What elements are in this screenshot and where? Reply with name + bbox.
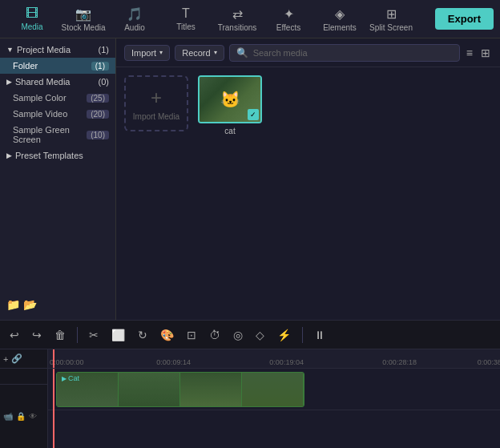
undo-icon[interactable]: ↩: [6, 327, 22, 343]
import-label: Import: [131, 48, 156, 58]
import-folder-icon[interactable]: 📂: [23, 298, 37, 311]
timeline-section: ↩ ↪ 🗑 ✂ ⬜ ↻ 🎨 ⊡ ⏱ ◎ ◇ ⚡ ⏸ + 🔗 📹 🔒 👁: [0, 320, 500, 448]
nav-split-label: Split Screen: [369, 23, 413, 32]
record-chevron-icon: ▾: [214, 49, 217, 56]
toolbar-separator2: [302, 327, 303, 343]
timer-icon[interactable]: ⏱: [206, 327, 224, 343]
rotate-icon[interactable]: ↻: [135, 327, 151, 343]
cut-icon[interactable]: ✂: [86, 327, 102, 343]
ruler-time-1: 0:00:09:14: [156, 358, 191, 366]
sidebar-sample-color-label: Sample Color: [13, 93, 67, 103]
delete-icon[interactable]: 🗑: [51, 327, 69, 343]
link-icon[interactable]: 🔗: [11, 353, 22, 364]
sidebar-preset-templates-header[interactable]: ▶ Preset Templates: [0, 147, 115, 163]
mask-icon[interactable]: ◇: [252, 327, 268, 343]
search-input[interactable]: [253, 48, 453, 58]
color-icon[interactable]: 🎨: [157, 327, 177, 343]
sidebar-item-sample-video[interactable]: Sample Video (20): [0, 106, 115, 122]
media-toolbar: Import ▾ Record ▾ 🔍 ≡ ⊞: [116, 38, 500, 67]
tl-left-controls: + 🔗: [0, 349, 47, 369]
hide-video-icon[interactable]: 👁: [29, 412, 37, 421]
motion-icon[interactable]: ◎: [230, 327, 246, 343]
split-screen-icon: ⊞: [386, 6, 397, 22]
effects-icon: ✦: [284, 6, 294, 22]
sidebar-folder-count: (1): [91, 62, 109, 71]
clip-frame-3: [180, 373, 242, 406]
ruler-time-4: 0:00:38:08: [478, 358, 500, 366]
sidebar: ▼ Project Media (1) Folder (1) ▶ Shared …: [0, 38, 116, 320]
nav-effects[interactable]: ✦ Effects: [263, 2, 314, 37]
nav-split-screen[interactable]: ⊞ Split Screen: [365, 2, 417, 37]
thumb-check-icon: ✓: [248, 109, 259, 120]
video-clip-cat[interactable]: ▶ Cat: [56, 372, 304, 407]
add-track-icon[interactable]: +: [3, 354, 8, 364]
clip-frame-2: [119, 373, 180, 406]
sidebar-shared-media-header[interactable]: ▶ Shared Media (0): [0, 74, 115, 90]
new-folder-icon[interactable]: 📁: [6, 298, 20, 311]
sidebar-bottom-actions: 📁 📂: [0, 293, 116, 316]
sidebar-sample-video-label: Sample Video: [13, 109, 67, 119]
arrow-right-icon: ▶: [6, 78, 12, 86]
media-area: Import ▾ Record ▾ 🔍 ≡ ⊞ + Import Media: [116, 38, 500, 320]
import-chevron-icon: ▾: [159, 49, 163, 56]
record-button[interactable]: Record ▾: [175, 45, 224, 61]
redo-icon[interactable]: ↪: [29, 327, 45, 343]
sidebar-item-sample-green[interactable]: Sample Green Screen (10): [0, 122, 115, 147]
stock-media-icon: 📷: [75, 6, 91, 22]
sidebar-project-media-label: Project Media: [17, 45, 71, 54]
nav-transitions-label: Transitions: [218, 23, 257, 32]
nav-media-label: Media: [21, 22, 42, 31]
nav-audio-label: Audio: [124, 23, 145, 32]
mute-video-icon[interactable]: 🔒: [16, 412, 26, 421]
nav-media[interactable]: 🎞 Media: [6, 2, 58, 37]
nav-stock-media[interactable]: 📷 Stock Media: [58, 2, 109, 37]
search-box: 🔍: [229, 44, 460, 62]
tl-ruler-spacer: [0, 369, 47, 385]
titles-icon: T: [182, 6, 190, 21]
record-label: Record: [182, 48, 210, 58]
freeze-icon[interactable]: ⏸: [311, 327, 329, 343]
import-media-button[interactable]: + Import Media: [124, 75, 188, 131]
sidebar-sample-color-count: (25): [87, 94, 109, 103]
ruler-time-3: 0:00:28:18: [382, 358, 417, 366]
nav-stock-label: Stock Media: [61, 23, 105, 32]
timeline-body: + 🔗 📹 🔒 👁 0:00:00:00 0:00:09:14 0:00:19:…: [0, 349, 500, 448]
sidebar-sample-video-count: (20): [87, 110, 109, 119]
speed-icon[interactable]: ⚡: [274, 327, 294, 343]
timeline-toolbar: ↩ ↪ 🗑 ✂ ⬜ ↻ 🎨 ⊡ ⏱ ◎ ◇ ⚡ ⏸: [0, 321, 500, 349]
timeline-tracks: ▶ Cat: [48, 369, 500, 448]
thumb-label: cat: [224, 127, 235, 135]
clip-frames: [57, 373, 304, 406]
clip-frame-4: [242, 373, 304, 406]
crop-icon[interactable]: ⬜: [108, 327, 128, 343]
import-button[interactable]: Import ▾: [124, 45, 170, 61]
toolbar-separator: [77, 327, 78, 343]
nav-transitions[interactable]: ⇄ Transitions: [212, 2, 263, 37]
media-thumbnail-cat[interactable]: ✓ cat: [198, 75, 262, 135]
playhead: [53, 349, 54, 368]
crop2-icon[interactable]: ⊡: [183, 327, 200, 343]
export-button[interactable]: Export: [435, 8, 494, 30]
sidebar-sample-green-label: Sample Green Screen: [13, 125, 87, 144]
grid-view-icon[interactable]: ⊞: [479, 45, 492, 61]
tl-video-track-controls: 📹 🔒 👁: [0, 385, 47, 448]
sidebar-item-folder[interactable]: Folder (1): [0, 58, 115, 74]
nav-effects-label: Effects: [276, 23, 300, 32]
video-track-icon[interactable]: 📹: [3, 412, 13, 421]
sidebar-shared-count: (0): [99, 77, 109, 87]
sidebar-item-sample-color[interactable]: Sample Color (25): [0, 90, 115, 106]
ruler-time-2: 0:00:19:04: [269, 358, 304, 366]
nav-elements-label: Elements: [323, 23, 357, 32]
main-content: ▼ Project Media (1) Folder (1) ▶ Shared …: [0, 38, 500, 320]
filter-icon[interactable]: ≡: [465, 45, 474, 61]
arrow-down-icon: ▼: [6, 46, 14, 54]
sidebar-project-media-count: (1): [99, 45, 109, 54]
arrow-right-icon2: ▶: [6, 151, 12, 159]
nav-titles[interactable]: T Titles: [160, 2, 212, 37]
sidebar-project-media-header[interactable]: ▼ Project Media (1): [0, 42, 115, 58]
sidebar-folder-label: Folder: [13, 61, 38, 71]
audio-icon: 🎵: [127, 6, 143, 22]
ruler-time-0: 0:00:00:00: [50, 358, 84, 366]
nav-audio[interactable]: 🎵 Audio: [109, 2, 160, 37]
nav-elements[interactable]: ◈ Elements: [314, 2, 365, 37]
